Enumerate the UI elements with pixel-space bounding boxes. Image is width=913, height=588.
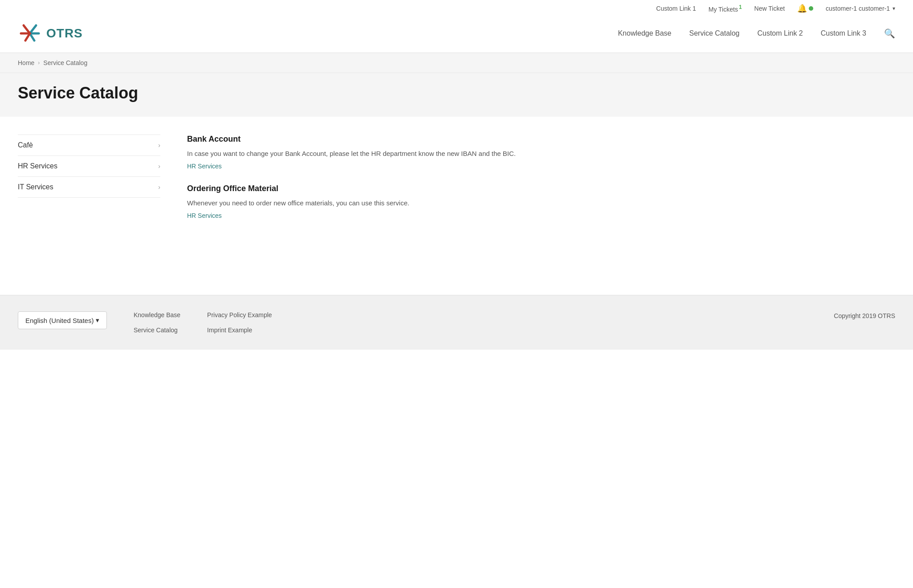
logo-text: OTRS <box>46 26 83 41</box>
nav-service-catalog[interactable]: Service Catalog <box>689 29 740 37</box>
service-item-bank-account: Bank Account In case you want to change … <box>187 135 895 170</box>
sidebar: Cafè › HR Services › IT Services › <box>18 135 160 277</box>
main-nav: Knowledge Base Service Catalog Custom Li… <box>618 28 895 39</box>
header-main: OTRS Knowledge Base Service Catalog Cust… <box>0 17 913 53</box>
footer-col-2: Privacy Policy Example Imprint Example <box>207 311 272 334</box>
footer-link-service-catalog[interactable]: Service Catalog <box>134 327 180 334</box>
nav-custom-link-2[interactable]: Custom Link 2 <box>757 29 803 37</box>
service-description: Whenever you need to order new office ma… <box>187 198 895 208</box>
sidebar-item-label: HR Services <box>18 162 57 170</box>
breadcrumb-home[interactable]: Home <box>18 59 34 66</box>
footer-links: Knowledge Base Service Catalog Privacy P… <box>134 311 807 334</box>
svg-line-0 <box>30 25 36 33</box>
footer-link-privacy-policy[interactable]: Privacy Policy Example <box>207 311 272 318</box>
page-title: Service Catalog <box>18 84 895 102</box>
footer-inner: English (United States) ▾ Knowledge Base… <box>18 311 895 334</box>
notification-area: 🔔 <box>797 4 813 13</box>
service-title: Bank Account <box>187 135 895 144</box>
service-title: Ordering Office Material <box>187 184 895 193</box>
service-item-ordering-office: Ordering Office Material Whenever you ne… <box>187 184 895 219</box>
service-category[interactable]: HR Services <box>187 212 895 219</box>
otrs-logo <box>18 21 42 45</box>
content-area: Bank Account In case you want to change … <box>160 135 895 277</box>
logo-area: OTRS <box>18 21 83 45</box>
bell-icon[interactable]: 🔔 <box>797 4 807 13</box>
header: Custom Link 1 My Tickets1 New Ticket 🔔 c… <box>0 0 913 53</box>
custom-link-1[interactable]: Custom Link 1 <box>656 5 696 12</box>
service-description: In case you want to change your Bank Acc… <box>187 148 895 159</box>
sidebar-item-label: IT Services <box>18 183 53 191</box>
online-dot <box>809 6 813 11</box>
breadcrumb-bar: Home › Service Catalog <box>0 53 913 73</box>
user-name: customer-1 customer-1 <box>826 5 890 12</box>
footer-col-1: Knowledge Base Service Catalog <box>134 311 180 334</box>
language-selector[interactable]: English (United States) ▾ <box>18 311 107 329</box>
footer-copyright: Copyright 2019 OTRS <box>834 311 895 319</box>
new-ticket-link[interactable]: New Ticket <box>754 5 785 12</box>
breadcrumb-separator: › <box>38 60 40 66</box>
footer-link-knowledge-base[interactable]: Knowledge Base <box>134 311 180 318</box>
footer-link-imprint[interactable]: Imprint Example <box>207 327 272 334</box>
main-content: Cafè › HR Services › IT Services › Bank … <box>0 117 913 295</box>
search-icon[interactable]: 🔍 <box>884 28 895 39</box>
chevron-down-icon: ▾ <box>96 316 99 324</box>
chevron-down-icon: ▾ <box>893 5 895 12</box>
sidebar-item-hr-services[interactable]: HR Services › <box>18 156 160 177</box>
user-menu[interactable]: customer-1 customer-1 ▾ <box>826 5 895 12</box>
nav-knowledge-base[interactable]: Knowledge Base <box>618 29 671 37</box>
nav-custom-link-3[interactable]: Custom Link 3 <box>821 29 866 37</box>
service-category[interactable]: HR Services <box>187 163 895 170</box>
my-tickets-link[interactable]: My Tickets1 <box>709 4 742 13</box>
my-tickets-badge: 1 <box>739 4 742 10</box>
my-tickets-label: My Tickets <box>709 6 738 13</box>
breadcrumb: Home › Service Catalog <box>18 59 895 66</box>
sidebar-item-it-services[interactable]: IT Services › <box>18 177 160 198</box>
header-top-nav: Custom Link 1 My Tickets1 New Ticket 🔔 c… <box>0 0 913 17</box>
page-title-area: Service Catalog <box>0 73 913 117</box>
sidebar-item-label: Cafè <box>18 141 33 149</box>
sidebar-item-cafe[interactable]: Cafè › <box>18 135 160 156</box>
language-label: English (United States) <box>25 317 94 324</box>
footer: English (United States) ▾ Knowledge Base… <box>0 295 913 350</box>
breadcrumb-current: Service Catalog <box>43 59 87 66</box>
svg-line-5 <box>24 25 30 33</box>
